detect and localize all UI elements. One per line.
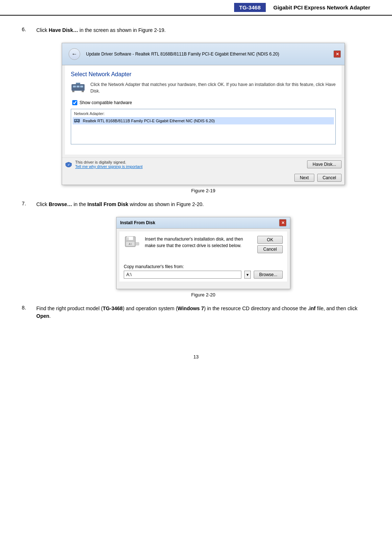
svg-rect-3 (80, 86, 83, 87)
step-8-middle2: ) in the resource CD directory and choos… (204, 305, 308, 311)
svg-rect-10 (75, 122, 75, 123)
cancel-button[interactable]: Cancel (317, 174, 342, 182)
shield-icon: ✓ (65, 161, 72, 167)
install-dialog-title: Install From Disk (120, 220, 155, 225)
browse-button[interactable]: Browse... (254, 271, 283, 279)
svg-rect-18 (135, 242, 139, 245)
svg-rect-2 (77, 86, 79, 87)
step-7: 7. Click Browse… in the Install From Dis… (22, 201, 370, 208)
figure-20-wrap: Install From Disk ✕ A:\ Insert the manuf… (36, 217, 370, 303)
dialog-bottom: ✓ This driver is digitally signed. Tell … (62, 157, 344, 171)
adapter-list-box: Network Adapter: Realtek RTL 8168B/8111B… (71, 109, 336, 144)
step-8-bold4: Open (36, 313, 49, 319)
dropdown-arrow-icon[interactable]: ▼ (244, 271, 251, 279)
step-8-middle1: ) and operation system ( (123, 305, 177, 311)
update-driver-title: Update Driver Software - Realtek RTL 816… (86, 52, 279, 57)
show-compatible-checkbox[interactable] (72, 100, 77, 105)
step-7-bold2: Install From Disk (87, 201, 128, 207)
figure-19-caption: Figure 2-19 (191, 188, 215, 193)
next-button[interactable]: Next (294, 174, 314, 182)
step-8-end: . (49, 313, 51, 319)
page-number: 13 (0, 354, 392, 360)
svg-rect-15 (127, 237, 128, 240)
dialog-desc-row: Click the Network Adapter that matches y… (71, 81, 336, 94)
show-compatible-checkbox-row[interactable]: Show compatible hardware (71, 99, 336, 106)
step-7-bold1: Browse… (49, 201, 72, 207)
svg-rect-8 (75, 120, 76, 121)
copy-files-section: Copy manufacturer's files from: ▼ Browse… (124, 264, 283, 280)
main-content: 6. Click Have Disk… in the screen as sho… (0, 23, 392, 343)
step-8-bold3: .inf (308, 305, 315, 311)
install-cancel-button[interactable]: Cancel (257, 245, 283, 253)
step-7-text: Click Browse… in the Install From Disk w… (36, 201, 204, 208)
svg-rect-6 (76, 83, 80, 84)
install-ok-button[interactable]: OK (257, 236, 283, 244)
update-driver-inner: Select Network Adapter Click the Network… (65, 65, 342, 155)
svg-text:A:\: A:\ (129, 243, 132, 245)
dialog-footer-btns: Next Cancel (62, 171, 344, 185)
install-description: Insert the manufacturer's installation d… (145, 236, 249, 249)
back-button[interactable]: ← (69, 48, 80, 60)
close-icon[interactable]: ✕ (334, 50, 341, 58)
install-buttons: OK Cancel (257, 236, 283, 253)
adapter-list-item[interactable]: Realtek RTL 8168B/8111B Family PCI-E Gig… (73, 117, 334, 124)
step-6-text-after: in the screen as shown in Figure 2-19. (78, 27, 166, 33)
step-6-bold1: Have Disk… (49, 27, 78, 33)
svg-rect-11 (78, 122, 79, 123)
svg-rect-1 (73, 86, 76, 87)
step-8-text: Find the right product model (TG-3468) a… (36, 305, 370, 320)
have-disk-button[interactable]: Have Disk... (307, 160, 342, 168)
update-driver-title-bar: ← Update Driver Software - Realtek RTL 8… (62, 43, 344, 65)
step-6-number: 6. (22, 26, 36, 32)
step-6: 6. Click Have Disk… in the screen as sho… (22, 26, 370, 34)
install-row: A:\ Insert the manufacturer's installati… (124, 236, 283, 253)
network-adapter-label: Network Adapter: (73, 111, 334, 116)
digitally-signed-text: This driver is digitally signed. (75, 160, 143, 164)
svg-rect-4 (72, 91, 74, 92)
step-8-after: file, and then click (315, 305, 357, 311)
step-7-before: Click (36, 201, 49, 207)
step-8-bold1: TG-3468 (103, 305, 123, 311)
step-7-middle: in the (72, 201, 87, 207)
svg-rect-5 (82, 91, 84, 92)
update-driver-dialog: ← Update Driver Software - Realtek RTL 8… (62, 43, 345, 185)
floppy-disk-icon: A:\ (124, 236, 140, 249)
install-body: A:\ Insert the manufacturer's installati… (119, 231, 287, 282)
copy-input-row[interactable]: ▼ Browse... (124, 271, 283, 279)
header-model: TG-3468 (234, 3, 266, 12)
title-bar-left: ← Update Driver Software - Realtek RTL 8… (66, 45, 279, 63)
svg-rect-9 (77, 120, 78, 121)
select-network-adapter-title: Select Network Adapter (71, 71, 336, 78)
dialog-description: Click the Network Adapter that matches y… (90, 81, 336, 94)
figure-19-wrap: ← Update Driver Software - Realtek RTL 8… (36, 43, 370, 198)
step-6-text-before: Click (36, 27, 49, 33)
show-compatible-label: Show compatible hardware (79, 100, 132, 105)
step-6-text: Click Have Disk… in the screen as shown … (36, 26, 166, 34)
header-title: Gigabit PCI Express Network Adapter (266, 3, 377, 12)
copy-label: Copy manufacturer's files from: (124, 264, 283, 269)
install-from-disk-dialog: Install From Disk ✕ A:\ Insert the manuf… (116, 217, 290, 289)
step-8: 8. Find the right product model (TG-3468… (22, 305, 370, 320)
adapter-item-icon (74, 118, 81, 123)
step-8-bold2: Windows 7 (177, 305, 204, 311)
step-8-number: 8. (22, 305, 36, 311)
page-header: TG-3468 Gigabit PCI Express Network Adap… (0, 0, 392, 16)
install-dialog-title-bar: Install From Disk ✕ (117, 217, 290, 229)
figure-20-caption: Figure 2-20 (191, 292, 215, 297)
svg-text:✓: ✓ (68, 163, 70, 167)
driver-signing-link[interactable]: Tell me why driver signing is important (75, 164, 143, 169)
copy-path-input[interactable] (124, 271, 241, 279)
dialog-bottom-left: ✓ This driver is digitally signed. Tell … (65, 160, 143, 169)
step-7-number: 7. (22, 201, 36, 206)
network-adapter-icon (71, 81, 85, 93)
step-7-after: window as shown in Figure 2-20. (128, 201, 204, 207)
step-8-before: Find the right product model ( (36, 305, 103, 311)
adapter-name: Realtek RTL 8168B/8111B Family PCI-E Gig… (83, 119, 215, 123)
install-close-icon[interactable]: ✕ (279, 219, 286, 226)
